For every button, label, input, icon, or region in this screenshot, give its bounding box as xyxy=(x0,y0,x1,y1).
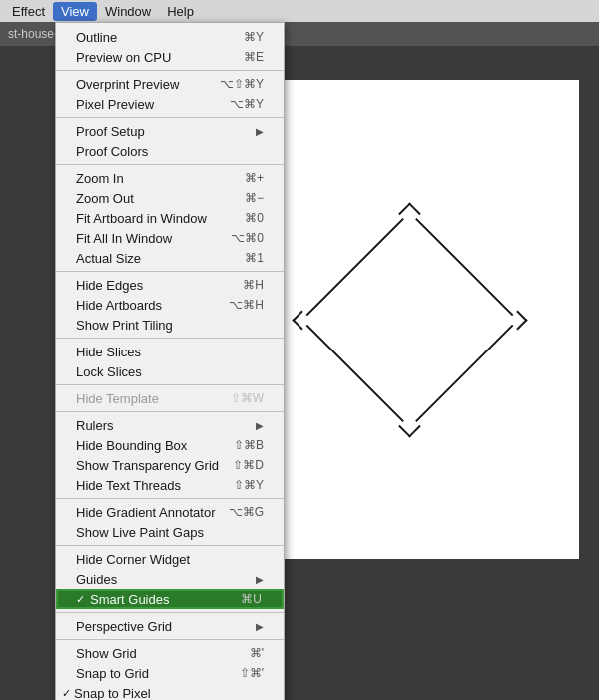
menu-item-show-print-tiling-wrapper: Show Print Tiling xyxy=(56,315,284,335)
menu-item-smart-guides-wrapper: ✓ Smart Guides ⌘U xyxy=(56,589,284,609)
menubar-effect[interactable]: Effect xyxy=(4,2,53,21)
separator-2 xyxy=(56,117,284,118)
separator-6 xyxy=(56,384,284,385)
menu-item-zoom-out-wrapper: Zoom Out ⌘− xyxy=(56,188,284,208)
menu-item-hide-slices-wrapper: Hide Slices xyxy=(56,342,284,361)
menu-item-hide-text-threads[interactable]: Hide Text Threads ⇧⌘Y xyxy=(56,475,284,495)
smart-guides-check: ✓ xyxy=(76,593,85,606)
menu-item-proof-setup[interactable]: Proof Setup ▶ xyxy=(56,121,284,141)
menubar-window[interactable]: Window xyxy=(97,2,159,21)
separator-5 xyxy=(56,338,284,339)
menu-item-pixel-preview-wrapper: Pixel Preview ⌥⌘Y xyxy=(56,94,284,114)
view-dropdown-menu: Outline ⌘Y Preview on CPU ⌘E Overprint P… xyxy=(55,22,285,700)
menu-item-hide-edges-wrapper: Hide Edges ⌘H xyxy=(56,275,284,295)
menu-item-proof-setup-wrapper: Proof Setup ▶ xyxy=(56,121,284,141)
menu-item-show-print-tiling[interactable]: Show Print Tiling xyxy=(56,315,284,335)
menu-item-perspective-grid-wrapper: Perspective Grid ▶ xyxy=(56,616,284,636)
menu-item-hide-corner-widget[interactable]: Hide Corner Widget xyxy=(56,549,284,569)
menu-item-hide-artboards-wrapper: Hide Artboards ⌥⌘H xyxy=(56,295,284,315)
menu-item-snap-to-grid[interactable]: Snap to Grid ⇧⌘' xyxy=(56,663,284,683)
menu-item-proof-colors-wrapper: Proof Colors xyxy=(56,141,284,161)
menu-item-hide-gradient-annotator-wrapper: Hide Gradient Annotator ⌥⌘G xyxy=(56,502,284,522)
menubar-help[interactable]: Help xyxy=(159,2,202,21)
menu-item-hide-template[interactable]: Hide Template ⇧⌘W xyxy=(56,388,284,408)
menu-item-lock-slices[interactable]: Lock Slices xyxy=(56,361,284,381)
menu-item-fit-artboard-wrapper: Fit Artboard in Window ⌘0 xyxy=(56,208,284,228)
menu-item-rulers[interactable]: Rulers ▶ xyxy=(56,415,284,435)
separator-9 xyxy=(56,545,284,546)
menu-item-perspective-grid[interactable]: Perspective Grid ▶ xyxy=(56,616,284,636)
separator-3 xyxy=(56,164,284,165)
menu-item-snap-to-pixel-wrapper: ✓ Snap to Pixel xyxy=(56,683,284,700)
menu-item-show-grid-wrapper: Show Grid ⌘' xyxy=(56,643,284,663)
menu-item-snap-to-grid-wrapper: Snap to Grid ⇧⌘' xyxy=(56,663,284,683)
menu-item-preview-cpu-wrapper: Preview on CPU ⌘E xyxy=(56,47,284,67)
menu-item-fit-all[interactable]: Fit All In Window ⌥⌘0 xyxy=(56,228,284,248)
menu-item-hide-template-wrapper: Hide Template ⇧⌘W xyxy=(56,388,284,408)
menu-item-zoom-in-wrapper: Zoom In ⌘+ xyxy=(56,168,284,188)
artboard xyxy=(240,80,579,559)
menu-item-show-grid[interactable]: Show Grid ⌘' xyxy=(56,643,284,663)
menu-item-preview-cpu[interactable]: Preview on CPU ⌘E xyxy=(56,47,284,67)
menu-item-fit-all-wrapper: Fit All In Window ⌥⌘0 xyxy=(56,228,284,248)
menubar: Effect View Window Help xyxy=(0,0,599,22)
separator-4 xyxy=(56,271,284,272)
menu-item-snap-to-pixel[interactable]: ✓ Snap to Pixel xyxy=(56,683,284,700)
menu-item-lock-slices-wrapper: Lock Slices xyxy=(56,361,284,381)
guides-arrow: ▶ xyxy=(256,574,264,585)
menu-item-hide-bounding-box-wrapper: Hide Bounding Box ⇧⌘B xyxy=(56,435,284,455)
menu-item-proof-colors[interactable]: Proof Colors xyxy=(56,141,284,161)
menu-item-actual-size-wrapper: Actual Size ⌘1 xyxy=(56,248,284,268)
menu-item-show-transparency-grid[interactable]: Show Transparency Grid ⇧⌘D xyxy=(56,455,284,475)
proof-setup-arrow: ▶ xyxy=(256,126,264,137)
menu-item-pixel-preview[interactable]: Pixel Preview ⌥⌘Y xyxy=(56,94,284,114)
menu-item-hide-slices[interactable]: Hide Slices xyxy=(56,342,284,361)
diamond-notch-bl xyxy=(292,311,311,331)
menu-item-overprint-wrapper: Overprint Preview ⌥⇧⌘Y xyxy=(56,74,284,94)
menu-item-guides-wrapper: Guides ▶ xyxy=(56,569,284,589)
menu-item-hide-edges[interactable]: Hide Edges ⌘H xyxy=(56,275,284,295)
menu-item-hide-bounding-box[interactable]: Hide Bounding Box ⇧⌘B xyxy=(56,435,284,455)
menu-item-rulers-wrapper: Rulers ▶ xyxy=(56,415,284,435)
diamond-notch-tr xyxy=(508,311,528,331)
menu-item-hide-gradient-annotator[interactable]: Hide Gradient Annotator ⌥⌘G xyxy=(56,502,284,522)
menu-item-smart-guides[interactable]: ✓ Smart Guides ⌘U xyxy=(56,589,284,609)
menu-item-show-live-paint-gaps-wrapper: Show Live Paint Gaps xyxy=(56,522,284,542)
separator-7 xyxy=(56,411,284,412)
separator-11 xyxy=(56,639,284,640)
snap-to-pixel-check: ✓ xyxy=(62,687,71,700)
menu-item-fit-artboard[interactable]: Fit Artboard in Window ⌘0 xyxy=(56,208,284,228)
menu-item-zoom-in[interactable]: Zoom In ⌘+ xyxy=(56,168,284,188)
menu-item-zoom-out[interactable]: Zoom Out ⌘− xyxy=(56,188,284,208)
diamond-container xyxy=(300,210,519,429)
separator-10 xyxy=(56,612,284,613)
perspective-grid-arrow: ▶ xyxy=(256,621,264,632)
menu-item-outline-wrapper: Outline ⌘Y xyxy=(56,27,284,47)
menu-item-show-transparency-grid-wrapper: Show Transparency Grid ⇧⌘D xyxy=(56,455,284,475)
separator-1 xyxy=(56,70,284,71)
menu-item-actual-size[interactable]: Actual Size ⌘1 xyxy=(56,248,284,268)
menu-item-guides[interactable]: Guides ▶ xyxy=(56,569,284,589)
menu-item-outline[interactable]: Outline ⌘Y xyxy=(56,27,284,47)
menubar-view[interactable]: View xyxy=(53,2,97,21)
separator-8 xyxy=(56,498,284,499)
rulers-arrow: ▶ xyxy=(256,420,264,431)
menu-item-hide-artboards[interactable]: Hide Artboards ⌥⌘H xyxy=(56,295,284,315)
menu-item-hide-corner-widget-wrapper: Hide Corner Widget xyxy=(56,549,284,569)
diamond-shape xyxy=(300,211,519,429)
menu-item-show-live-paint-gaps[interactable]: Show Live Paint Gaps xyxy=(56,522,284,542)
menu-item-hide-text-threads-wrapper: Hide Text Threads ⇧⌘Y xyxy=(56,475,284,495)
menu-item-overprint[interactable]: Overprint Preview ⌥⇧⌘Y xyxy=(56,74,284,94)
